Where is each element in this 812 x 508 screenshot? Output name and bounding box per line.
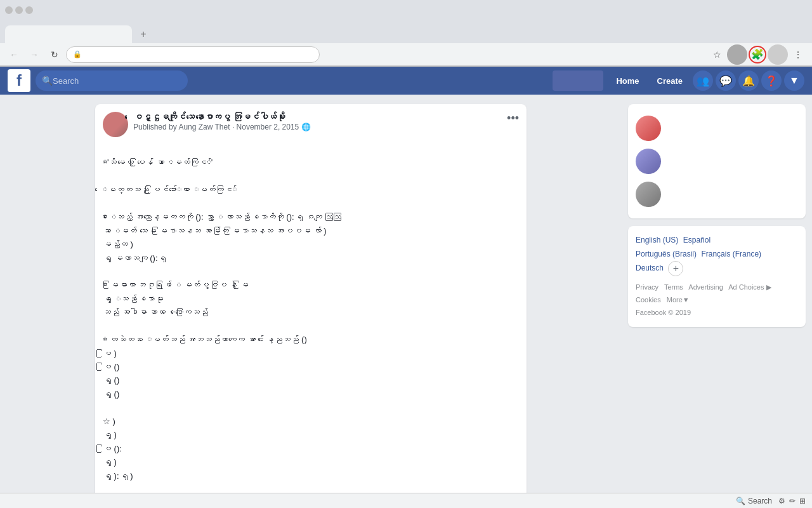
reload-button[interactable]: ↻: [46, 46, 63, 64]
browser-chrome: + ← → ↻ 🔒 ☆ 🧩 ⋮: [0, 0, 812, 67]
footer-links: Privacy Terms Advertising Ad Choices ▶ C…: [636, 281, 798, 319]
ad-choices-link[interactable]: Ad Choices ▶: [728, 283, 771, 291]
bookmark-button[interactable]: ☆: [708, 46, 726, 64]
user-profile-button[interactable]: [768, 44, 788, 65]
page-avatar-3: [636, 182, 661, 207]
terms-link[interactable]: Terms: [664, 283, 683, 291]
main-nav: Home Create 👥 💬 🔔 ❓ ▼: [553, 70, 804, 91]
page-avatar-1: [636, 116, 661, 141]
post-avatar: [103, 112, 128, 137]
german-language-link[interactable]: Deutsch: [636, 264, 664, 272]
post-privacy-icon: 🌐: [301, 123, 311, 131]
new-tab-button[interactable]: +: [134, 25, 152, 43]
home-nav-item[interactable]: Home: [608, 72, 646, 90]
suggested-pages-widget: [628, 104, 806, 218]
messenger-icon[interactable]: 💬: [716, 70, 736, 91]
bottom-compose-icon[interactable]: ✏: [789, 497, 796, 505]
post-more-button[interactable]: •••: [507, 112, 519, 125]
english-language-link[interactable]: English (US): [636, 236, 678, 244]
extension-button[interactable]: 🧩: [749, 46, 766, 64]
browser-actions: ☆ 🧩 ⋮: [708, 44, 807, 65]
maximize-button[interactable]: [15, 6, 23, 14]
minimize-button[interactable]: [5, 6, 13, 14]
profile-button[interactable]: [727, 44, 747, 65]
window-controls: [5, 6, 33, 14]
language-widget: English (US) Español Português (Brasil) …: [628, 226, 806, 327]
more-link[interactable]: More▼: [667, 296, 690, 304]
facebook-header: f 🔍 Home Create 👥 💬 🔔 ❓ ▼: [0, 67, 812, 95]
bottom-search-icon: 🔍: [736, 497, 745, 505]
search-icon: 🔍: [42, 76, 53, 86]
create-nav-item[interactable]: Create: [650, 72, 690, 90]
post-card: ဝေဋ္ဌမကျိုင်သနောဝောကပွ အမြင်ပါယ်မိုး Pub…: [95, 104, 527, 508]
search-bar[interactable]: 🔍: [36, 70, 188, 91]
post-meta: ဝေဋ္ဌမကျိုင်သနောဝောကပွ အမြင်ပါယ်မိုး Pub…: [133, 112, 519, 131]
bottom-search-label[interactable]: Search: [748, 497, 772, 505]
post-publisher: Published by Aung Zaw Thet · November 2,…: [133, 123, 519, 131]
french-language-link[interactable]: Français (France): [701, 250, 761, 258]
address-bar[interactable]: 🔒: [66, 46, 320, 63]
browser-nav-bar: ← → ↻ 🔒 ☆ 🧩 ⋮: [0, 43, 812, 66]
back-button[interactable]: ←: [5, 46, 23, 64]
advertising-link[interactable]: Advertising: [688, 283, 723, 291]
browser-title-bar: [0, 0, 812, 20]
bottom-grid-icon[interactable]: ⊞: [799, 497, 806, 505]
chrome-menu-button[interactable]: ⋮: [789, 46, 807, 64]
post-body: ☆'သိမလေ့ ပြန်ေ သာ ေမတ်ကငြ်' ေမတ္တသည် ပြင…: [95, 137, 527, 508]
right-sidebar: English (US) Español Português (Brasil) …: [622, 95, 812, 508]
bottom-settings-icon[interactable]: ⚙: [778, 497, 785, 505]
suggested-page-2: [636, 145, 798, 178]
friends-icon[interactable]: 👥: [693, 70, 713, 91]
browser-tab-bar: +: [0, 20, 812, 43]
close-button[interactable]: [25, 6, 33, 14]
forward-button[interactable]: →: [25, 46, 43, 64]
facebook-logo: f: [8, 69, 30, 92]
spanish-language-link[interactable]: Español: [683, 236, 710, 244]
browser-tab[interactable]: [5, 25, 132, 43]
add-language-button[interactable]: +: [668, 261, 683, 276]
post-header: ဝေဋ္ဌမကျိုင်သနောဝောကပွ အမြင်ပါယ်မိုး Pub…: [95, 104, 527, 137]
bottom-bar: 🔍 Search ⚙ ✏ ⊞: [0, 493, 812, 508]
post-content: ☆'သိမလေ့ ပြန်ေ သာ ေမတ်ကငြ်' ေမတ္တသည် ပြင…: [103, 142, 519, 508]
page-avatar-2: [636, 149, 661, 174]
more-icon[interactable]: ▼: [784, 70, 804, 91]
profile-nav-pic: [553, 70, 603, 91]
suggested-page-3: [636, 178, 798, 211]
main-layout: ဝေဋ္ဌမကျိုင်သနောဝောကပွ အမြင်ပါယ်မိုး Pub…: [0, 95, 812, 508]
help-icon[interactable]: ❓: [761, 70, 782, 91]
security-icon: 🔒: [73, 50, 82, 58]
portuguese-language-link[interactable]: Português (Brasil): [636, 250, 697, 258]
cookies-link[interactable]: Cookies: [636, 296, 661, 304]
copyright: Facebook © 2019: [636, 309, 691, 316]
language-links: English (US) Español Português (Brasil) …: [636, 234, 798, 276]
suggested-page-1: [636, 112, 798, 145]
bottom-search-area[interactable]: 🔍 Search: [736, 497, 772, 505]
post-page-name[interactable]: ဝေဋ္ဌမကျိုင်သနောဝောကပွ အမြင်ပါယ်မိုး: [133, 112, 519, 122]
notifications-icon[interactable]: 🔔: [738, 70, 759, 91]
center-content: ဝေဋ္ဌမကျိုင်သနောဝောကပွ အမြင်ပါယ်မိုး Pub…: [95, 95, 527, 508]
search-input[interactable]: [53, 76, 181, 86]
privacy-link[interactable]: Privacy: [636, 283, 658, 291]
